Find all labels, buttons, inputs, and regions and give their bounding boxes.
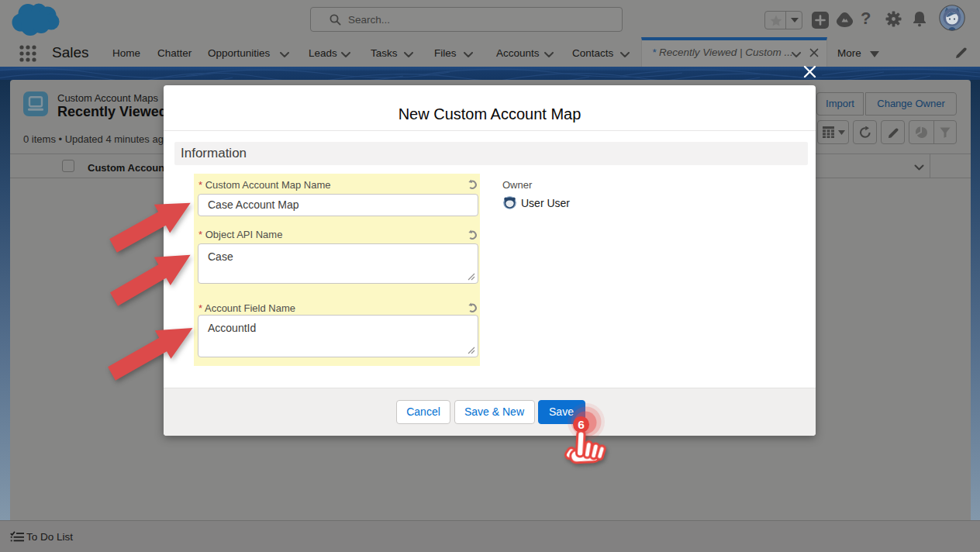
svg-text:6: 6 xyxy=(578,418,585,431)
